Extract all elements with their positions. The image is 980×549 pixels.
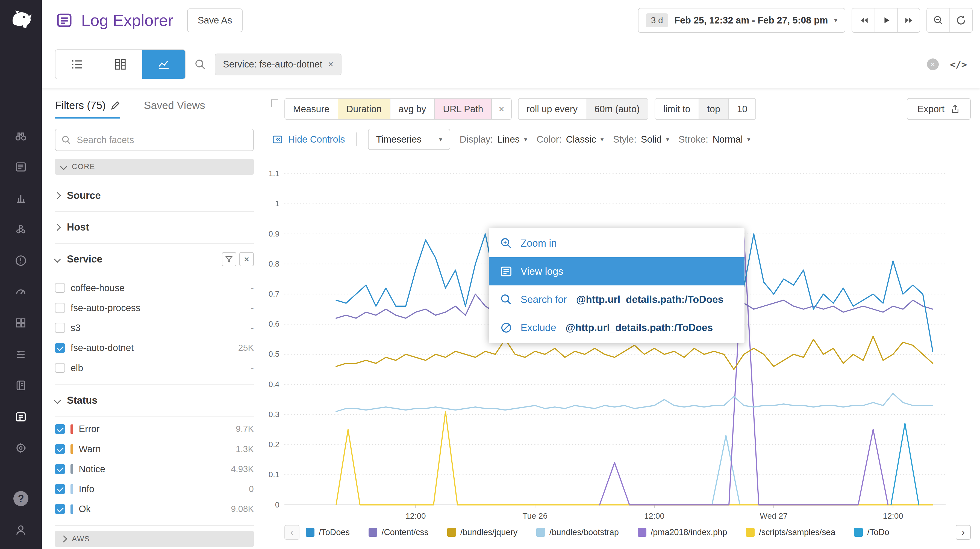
legend-item[interactable]: /pma2018/index.php (638, 527, 727, 537)
sidebar-item-help[interactable]: ? (0, 483, 42, 514)
stroke-dropdown[interactable]: Stroke: Normal ▾ (679, 134, 751, 145)
sidebar-item-apm[interactable] (0, 276, 42, 307)
facet-group-host[interactable]: Host (55, 212, 254, 243)
legend-item[interactable]: /scripts/samples/sea (746, 527, 835, 537)
export-icon (950, 104, 960, 114)
checkbox[interactable] (55, 444, 65, 454)
remove-groupby-icon[interactable]: × (491, 99, 511, 119)
sidebar-item-account[interactable] (0, 514, 42, 546)
alert-icon (14, 254, 28, 267)
facet-item-s3[interactable]: s3- (55, 318, 254, 338)
menu-item-zoom-in[interactable]: Zoom in (489, 229, 745, 258)
content-area: Filters (75) Saved Views CORE SourceHost… (42, 88, 980, 549)
exclude-icon (500, 321, 512, 334)
side-by-side-view-toggle[interactable] (99, 50, 142, 79)
sidebar-item-notebooks[interactable] (0, 370, 42, 401)
skip-forward-button[interactable] (897, 8, 920, 32)
code-view-icon[interactable]: </> (950, 59, 967, 70)
measure-value[interactable]: Duration (338, 99, 390, 119)
legend-next-icon[interactable]: › (956, 525, 971, 540)
legend-label: /bundles/jquery (460, 527, 517, 537)
sidebar-item-settings[interactable] (0, 432, 42, 463)
agg-selector[interactable]: avg by (390, 99, 434, 119)
facet-item-error[interactable]: Error9.7K (55, 419, 254, 439)
display-dropdown[interactable]: Display: Lines ▾ (460, 134, 527, 145)
facet-item-info[interactable]: Info0 (55, 479, 254, 499)
checkbox[interactable] (55, 464, 65, 474)
time-range-picker[interactable]: 3 d Feb 25, 12:32 am - Feb 27, 5:08 pm ▾ (638, 8, 846, 33)
limit-mode[interactable]: top (698, 99, 729, 119)
clear-search-icon[interactable]: × (927, 59, 939, 70)
facet-group-status[interactable]: Status (55, 385, 254, 417)
legend-item[interactable]: /ToDo (854, 527, 889, 537)
checkbox[interactable] (55, 323, 65, 333)
search-filter-pill[interactable]: Service: fse-auto-dotnet × (215, 54, 342, 75)
facet-item-notice[interactable]: Notice4.93K (55, 459, 254, 479)
export-button[interactable]: Export (907, 98, 970, 120)
color-dropdown[interactable]: Color: Classic ▾ (536, 134, 604, 145)
skip-back-button[interactable] (852, 8, 875, 32)
limit-value[interactable]: 10 (729, 99, 756, 119)
checkbox[interactable] (55, 363, 65, 373)
sidebar-item-events[interactable] (0, 151, 42, 183)
tab-saved-views[interactable]: Saved Views (144, 99, 205, 119)
tab-filters[interactable]: Filters (75) (55, 99, 120, 119)
facet-clear-icon[interactable]: × (239, 252, 254, 267)
legend-item[interactable]: /ToDoes (306, 527, 350, 537)
facet-group-service[interactable]: Service× (55, 243, 254, 275)
svg-text:0.4: 0.4 (269, 380, 280, 389)
play-button[interactable] (875, 8, 897, 32)
chart-view-toggle[interactable] (142, 50, 185, 79)
facet-item-coffee-house[interactable]: coffee-house- (55, 278, 254, 298)
section-core[interactable]: CORE (55, 159, 254, 175)
legend-prev-icon[interactable]: ‹ (285, 525, 299, 540)
notebook-icon (14, 379, 28, 392)
menu-item-exclude[interactable]: Exclude @http.url_details.path:/ToDoes (489, 313, 745, 342)
sidebar-item-integrations[interactable] (0, 307, 42, 338)
facet-search-input[interactable] (55, 129, 254, 151)
facet-group-source[interactable]: Source (55, 180, 254, 212)
edit-icon[interactable] (111, 101, 120, 110)
zoom-out-button[interactable] (927, 8, 950, 32)
hide-controls-button[interactable]: Hide Controls (272, 134, 345, 145)
context-menu: Zoom in View logs Search for @http.url_d… (489, 228, 745, 343)
checkbox[interactable] (55, 484, 65, 494)
facet-item-fse-auto-dotnet[interactable]: fse-auto-dotnet25K (55, 338, 254, 358)
sidebar-item-infrastructure[interactable] (0, 213, 42, 245)
legend-item[interactable]: /bundles/jquery (447, 527, 517, 537)
checkbox[interactable] (55, 504, 65, 514)
sidebar-item-watchdog[interactable] (0, 120, 42, 151)
facet-item-ok[interactable]: Ok9.08K (55, 499, 254, 519)
sidebar-item-dashboards[interactable] (0, 183, 42, 213)
facet-item-warn[interactable]: Warn1.3K (55, 439, 254, 459)
checkbox[interactable] (55, 424, 65, 434)
logs-product-icon (55, 11, 74, 30)
facet-item-elb[interactable]: elb- (55, 358, 254, 378)
facet-item-count: 25K (238, 343, 254, 353)
list-view-toggle[interactable] (56, 50, 99, 79)
legend-item[interactable]: /Content/css (369, 527, 429, 537)
sidebar-item-pipelines[interactable] (0, 339, 42, 370)
legend-item[interactable]: /bundles/bootstrap (536, 527, 619, 537)
rollup-value[interactable]: 60m (auto) (586, 99, 648, 119)
sidebar-item-monitors[interactable] (0, 245, 42, 276)
facet-filter-icon[interactable] (222, 252, 236, 267)
menu-item-search-for[interactable]: Search for @http.url_details.path:/ToDoe… (489, 285, 745, 313)
checkbox[interactable] (55, 283, 65, 293)
facet-group-label: Status (67, 395, 97, 406)
graph-type-select[interactable]: Timeseries ▾ (368, 129, 450, 150)
groupby-value[interactable]: URL Path (434, 99, 491, 119)
refresh-button[interactable] (950, 8, 972, 32)
save-as-button[interactable]: Save As (187, 8, 243, 32)
datadog-logo[interactable] (0, 0, 42, 40)
style-dropdown[interactable]: Style: Solid ▾ (613, 134, 669, 145)
section-aws[interactable]: AWS (55, 531, 254, 547)
menu-item-view-logs[interactable]: View logs (489, 257, 745, 285)
svg-text:0.3: 0.3 (269, 410, 280, 419)
checkbox[interactable] (55, 343, 65, 353)
remove-filter-icon[interactable]: × (328, 59, 333, 70)
facet-item-fse-auto-process[interactable]: fse-auto-process- (55, 298, 254, 318)
sidebar-item-logs[interactable] (0, 401, 42, 432)
checkbox[interactable] (55, 303, 65, 313)
status-color-bar (70, 444, 73, 454)
